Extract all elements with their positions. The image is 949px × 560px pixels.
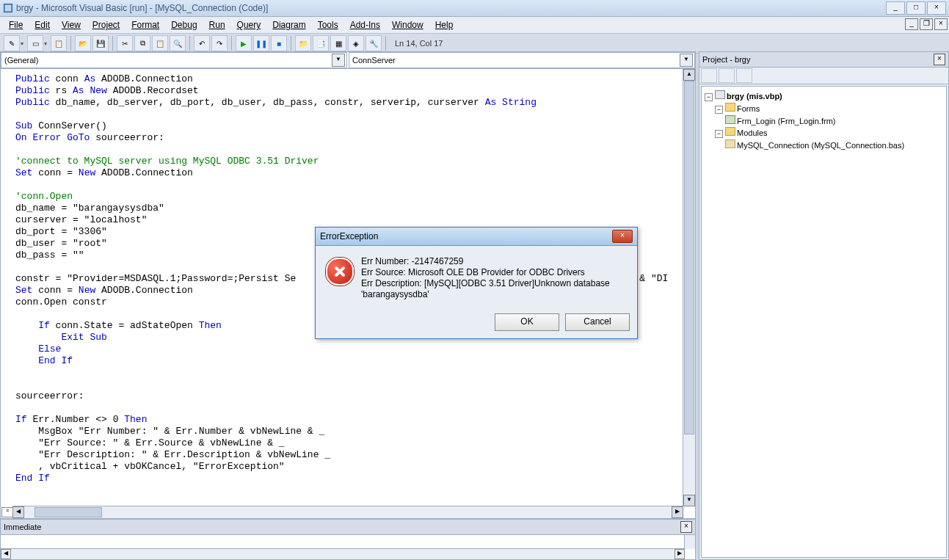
menu-tools[interactable]: Tools: [312, 18, 344, 32]
object-browser-icon[interactable]: ◈: [348, 35, 364, 51]
folder-icon: [725, 127, 735, 136]
window-maximize-button[interactable]: □: [906, 1, 926, 15]
tree-form-login[interactable]: Frm_Login (Frm_Login.frm): [705, 114, 943, 126]
properties-icon[interactable]: 📑: [313, 35, 329, 51]
ok-button[interactable]: OK: [495, 313, 559, 331]
vertical-scrollbar[interactable]: ▲ ▼: [683, 69, 695, 506]
tree-project-root[interactable]: −brgy (mis.vbp): [705, 90, 943, 102]
immediate-window: Immediate × ◀ ▶: [0, 519, 696, 560]
window-title-bar: brgy - Microsoft Visual Basic [run] - [M…: [0, 0, 949, 17]
project-close-button[interactable]: ×: [934, 54, 945, 65]
view-code-icon[interactable]: [701, 68, 717, 83]
save-icon[interactable]: 💾: [92, 35, 109, 51]
scrollbar-thumb[interactable]: [684, 81, 694, 434]
project-explorer-icon[interactable]: 📁: [295, 35, 311, 51]
window-minimize-button[interactable]: _: [886, 1, 905, 15]
project-icon: [715, 90, 725, 99]
redo-icon[interactable]: ↷: [211, 35, 228, 51]
scroll-right-icon[interactable]: ▶: [672, 506, 683, 518]
dropdown-arrow-icon: ▼: [332, 54, 345, 67]
immediate-vscroll[interactable]: [684, 535, 695, 549]
scroll-up-icon[interactable]: ▲: [683, 69, 695, 81]
menu-editor-icon[interactable]: 📋: [51, 35, 67, 51]
add-form-icon[interactable]: ▭: [27, 35, 43, 51]
menu-query[interactable]: Query: [231, 18, 267, 32]
tree-modules-folder[interactable]: −Modules: [705, 126, 943, 139]
view-object-icon[interactable]: [719, 68, 735, 83]
module-icon: [725, 139, 735, 148]
paste-icon[interactable]: 📋: [152, 35, 168, 51]
immediate-close-button[interactable]: ×: [680, 521, 692, 533]
form-icon: [725, 115, 735, 124]
open-icon[interactable]: 📂: [75, 35, 91, 51]
error-icon: [326, 258, 354, 286]
cut-icon[interactable]: ✂: [117, 35, 133, 51]
horizontal-scrollbar[interactable]: ◀ ▶: [12, 506, 683, 518]
find-icon[interactable]: 🔍: [170, 35, 186, 51]
window-title: brgy - Microsoft Visual Basic [run] - [M…: [16, 3, 268, 13]
menu-help[interactable]: Help: [429, 18, 459, 32]
object-dropdown[interactable]: (General) ▼: [1, 52, 347, 68]
dropdown-arrow-icon: ▼: [680, 54, 693, 67]
immediate-input[interactable]: ◀ ▶: [1, 535, 695, 559]
end-icon[interactable]: ■: [271, 35, 287, 51]
scroll-left-icon[interactable]: ◀: [12, 506, 24, 518]
scrollbar-thumb[interactable]: [34, 507, 102, 517]
vb-app-icon: [3, 3, 13, 13]
menu-project[interactable]: Project: [87, 18, 126, 32]
mdi-restore-button[interactable]: ❐: [920, 18, 933, 30]
toolbox-icon[interactable]: 🔧: [366, 35, 382, 51]
dialog-title-bar[interactable]: ErrorException ×: [316, 228, 637, 246]
cursor-position: Ln 14, Col 17: [395, 39, 443, 48]
menu-file[interactable]: File: [3, 18, 29, 32]
error-dialog: ErrorException × Err Number: -2147467259…: [315, 227, 638, 339]
menu-window[interactable]: Window: [386, 18, 429, 32]
object-dropdown-value: (General): [4, 56, 332, 65]
break-icon[interactable]: ❚❚: [253, 35, 269, 51]
project-panel-title: Project - brgy: [702, 55, 750, 64]
copy-icon[interactable]: ⧉: [134, 35, 150, 51]
menu-format[interactable]: Format: [126, 18, 165, 32]
scroll-down-icon[interactable]: ▼: [683, 495, 695, 506]
dialog-message: Err Number: -2147467259 Err Source: Micr…: [361, 256, 610, 300]
immediate-title: Immediate: [4, 523, 41, 531]
immediate-hscroll[interactable]: ◀ ▶: [1, 548, 685, 559]
menu-edit[interactable]: Edit: [29, 18, 56, 32]
menu-view[interactable]: View: [56, 18, 87, 32]
toggle-folders-icon[interactable]: [736, 68, 752, 83]
main-toolbar: ✎▾ ▭▾ 📋 📂 💾 ✂ ⧉ 📋 🔍 ↶ ↷ ▶ ❚❚ ■ 📁 📑 ▦ ◈ 🔧…: [0, 34, 949, 54]
menu-diagram[interactable]: Diagram: [266, 18, 311, 32]
dialog-close-button[interactable]: ×: [612, 230, 633, 243]
tree-forms-folder[interactable]: −Forms: [705, 102, 943, 114]
window-close-button[interactable]: ×: [927, 1, 946, 15]
procedure-dropdown-value: ConnServer: [352, 56, 680, 65]
cancel-button[interactable]: Cancel: [565, 313, 630, 331]
procedure-dropdown[interactable]: ConnServer ▼: [349, 52, 695, 68]
menu-addins[interactable]: Add-Ins: [344, 18, 386, 32]
add-project-icon[interactable]: ✎: [4, 35, 20, 51]
menu-run[interactable]: Run: [203, 18, 231, 32]
procedure-view-icon[interactable]: ≡: [1, 507, 13, 517]
menu-debug[interactable]: Debug: [165, 18, 203, 32]
start-icon[interactable]: ▶: [236, 35, 252, 51]
menu-bar: File Edit View Project Format Debug Run …: [0, 17, 949, 34]
mdi-minimize-button[interactable]: _: [905, 18, 918, 30]
undo-icon[interactable]: ↶: [194, 35, 210, 51]
project-tree[interactable]: −brgy (mis.vbp) −Forms Frm_Login (Frm_Lo…: [701, 86, 947, 558]
form-layout-icon[interactable]: ▦: [330, 35, 346, 51]
project-explorer: Project - brgy × −brgy (mis.vbp) −Forms …: [699, 51, 949, 560]
tree-module-mysql[interactable]: MySQL_Connection (MySQL_Connection.bas): [705, 139, 943, 150]
dialog-title: ErrorException: [320, 231, 378, 241]
mdi-close-button[interactable]: ×: [934, 18, 948, 30]
folder-icon: [725, 103, 735, 112]
svg-rect-1: [5, 5, 12, 12]
